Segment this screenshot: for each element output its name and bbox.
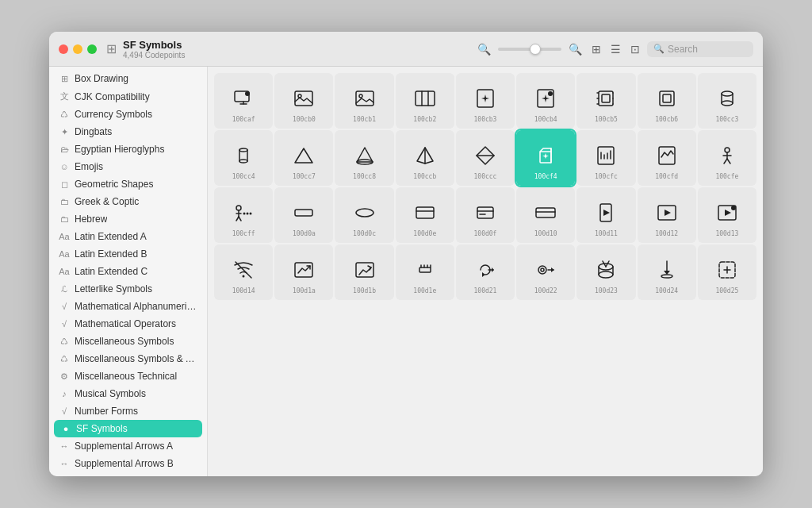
symbol-cell-100d0a[interactable]: 100d0a [274,187,333,243]
sidebar-toggle-icon[interactable]: ⊞ [106,41,117,56]
symbol-cell-100cb0[interactable]: 100cb0 [274,73,333,129]
sidebar-label-currency-symbols: Currency Symbols [75,109,152,120]
symbol-cell-100d25[interactable]: 100d25 [698,244,756,300]
symbol-code-100cc4: 100cc4 [232,173,255,180]
symbol-cell-100d11[interactable]: 100d11 [576,187,635,243]
symbol-cell-100cfd[interactable]: 100cfd [638,130,696,186]
symbol-cell-100d1a[interactable]: 100d1a [274,244,333,300]
symbol-icon-100d0c [338,197,390,229]
sidebar: ⊞Box Drawing文CJK Compatibility♺Currency … [49,67,208,476]
close-button[interactable] [59,44,68,54]
symbol-cell-100d22[interactable]: 100d22 [516,244,575,300]
symbol-cell-100caf[interactable]: 100caf [214,73,273,129]
search-input[interactable] [668,44,747,55]
symbol-icon-100d25 [701,254,753,286]
sidebar-label-emojis: Emojis [75,161,103,172]
sidebar-label-cjk-compat: CJK Compatibility [75,91,150,102]
minimize-button[interactable] [73,44,82,54]
sidebar-item-math-alphanum[interactable]: √Mathematical Alphanumeric... [49,298,207,315]
symbol-cell-100ccc[interactable]: 100ccc [456,130,515,186]
symbol-code-100d0a: 100d0a [293,230,316,237]
sidebar-item-dingbats[interactable]: ✦Dingbats [49,123,207,140]
symbol-cell-100cc4[interactable]: 100cc4 [214,130,273,186]
sidebar-item-math-ops[interactable]: √Mathematical Operators [49,315,207,333]
symbol-icon-100d0e [399,197,451,229]
sidebar-icon-geometric-shapes: ◻ [59,179,70,190]
symbol-cell-100cc8[interactable]: 100cc8 [335,130,393,186]
sidebar-item-supp-arrows-b[interactable]: ↔Supplemental Arrows B [49,455,207,472]
sidebar-item-latin-ext-c[interactable]: AaLatin Extended C [49,263,207,280]
titlebar: ⊞ SF Symbols 4,494 Codepoints 🔍 🔍 ⊞ ☰ ⊡ … [49,32,763,67]
symbol-cell-100cb6[interactable]: 100cb6 [638,73,696,129]
sidebar-item-latin-ext-b[interactable]: AaLatin Extended B [49,245,207,263]
sidebar-icon-math-alphanum: √ [59,302,70,311]
grid-view-icon[interactable]: ⊞ [589,40,603,58]
svg-rect-80 [356,263,373,277]
symbol-cell-100cf4[interactable]: 100cf4 [516,130,575,186]
maximize-button[interactable] [87,44,97,54]
symbol-cell-100cb3[interactable]: 100cb3 [456,73,515,129]
symbol-cell-100cb1[interactable]: 100cb1 [335,73,393,129]
symbol-cell-100d0c[interactable]: 100d0c [335,187,393,243]
symbol-cell-100cc7[interactable]: 100cc7 [274,130,333,186]
search-icon: 🔍 [653,44,665,54]
sidebar-icon-misc-tech: ⚙ [59,371,70,382]
sidebar-icon-misc-symbols: ♺ [59,337,70,347]
sidebar-item-supp-arrows-a[interactable]: ↔Supplemental Arrows A [49,437,207,455]
sidebar-item-currency-symbols[interactable]: ♺Currency Symbols [49,106,207,123]
symbol-cell-100cb4[interactable]: 100cb4 [516,73,575,129]
search-small-icon[interactable]: 🔍 [475,40,493,58]
size-slider[interactable] [498,48,561,51]
symbol-cell-100cff[interactable]: 100cff [214,187,273,243]
symbol-code-100cb4: 100cb4 [534,116,557,123]
symbol-cell-100d12[interactable]: 100d12 [638,187,696,243]
symbol-cell-100cb2[interactable]: 100cb2 [396,73,454,129]
symbol-cell-100d0f[interactable]: 100d0f [456,187,515,243]
symbol-cell-100ccb[interactable]: 100ccb [396,130,454,186]
symbol-cell-100d21[interactable]: 100d21 [456,244,515,300]
symbol-cell-100d1e[interactable]: 100d1e [396,244,454,300]
sidebar-item-hebrew[interactable]: 🗀Hebrew [49,210,207,228]
sidebar-item-misc-tech[interactable]: ⚙Miscellaneous Technical [49,368,207,385]
search-box[interactable]: 🔍 [647,41,753,57]
search-large-icon[interactable]: 🔍 [566,40,584,58]
symbol-cell-100cfe[interactable]: 100cfe [698,130,756,186]
svg-point-101 [661,275,672,278]
sidebar-item-emojis[interactable]: ☺Emojis [49,158,207,175]
sidebar-item-number-forms[interactable]: √Number Forms [49,402,207,420]
symbol-cell-100d14[interactable]: 100d14 [214,244,273,300]
sidebar-item-latin-ext-a[interactable]: AaLatin Extended A [49,228,207,245]
sidebar-item-cjk-compat[interactable]: 文CJK Compatibility [49,87,207,106]
svg-marker-92 [551,267,554,272]
symbol-cell-100d23[interactable]: 100d23 [576,244,635,300]
symbol-icon-100cb0 [278,83,330,114]
sidebar-label-supp-arrows-a: Supplemental Arrows A [75,441,173,452]
symbol-cell-100d1b[interactable]: 100d1b [335,244,393,300]
symbol-icon-100cb2 [399,83,451,114]
sidebar-item-misc-symbols-b[interactable]: ♺Miscellaneous Symbols & A... [49,350,207,368]
panel-icon[interactable]: ⊡ [628,40,642,58]
list-view-icon[interactable]: ☰ [608,40,623,58]
sidebar-item-letterlike[interactable]: ℒLetterlike Symbols [49,280,207,298]
symbol-cell-100cc3[interactable]: 100cc3 [698,73,756,129]
symbol-cell-100cb5[interactable]: 100cb5 [576,73,635,129]
symbol-code-100d24: 100d24 [655,287,678,294]
symbol-code-100cc8: 100cc8 [353,173,376,180]
symbol-icon-100cff [217,197,270,229]
symbol-cell-100cfc[interactable]: 100cfc [576,130,635,186]
sidebar-item-musical[interactable]: ♪Musical Symbols [49,385,207,402]
svg-point-3 [245,91,250,96]
sidebar-item-misc-symbols[interactable]: ♺Miscellaneous Symbols [49,333,207,350]
symbol-cell-100d0e[interactable]: 100d0e [396,187,454,243]
sidebar-item-greek-coptic[interactable]: 🗀Greek & Coptic [49,193,207,210]
sidebar-item-box-drawing[interactable]: ⊞Box Drawing [49,70,207,87]
svg-point-48 [725,148,730,152]
svg-marker-75 [725,210,731,216]
toolbar-actions: 🔍 🔍 ⊞ ☰ ⊡ 🔍 [475,40,753,58]
sidebar-item-geometric-shapes[interactable]: ◻Geometric Shapes [49,175,207,193]
sidebar-item-egyptian[interactable]: 🗁Egyptian Hieroglyphs [49,140,207,158]
symbol-cell-100d10[interactable]: 100d10 [516,187,575,243]
symbol-cell-100d13[interactable]: 100d13 [698,187,756,243]
symbol-cell-100d24[interactable]: 100d24 [638,244,696,300]
sidebar-item-sf-symbols[interactable]: ●SF Symbols [54,420,202,437]
